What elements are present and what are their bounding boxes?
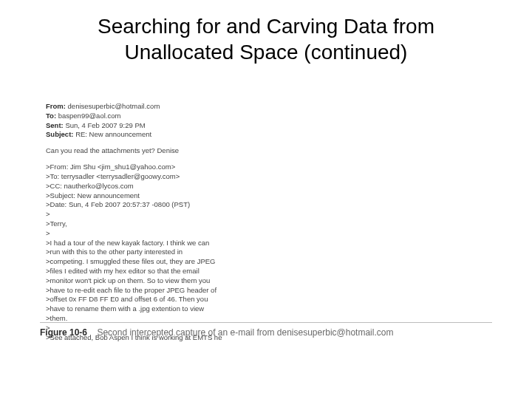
email-body-line: >have to rename them with a .jpg extenti… xyxy=(46,304,267,314)
figure-label: Figure 10-6 xyxy=(40,327,87,338)
email-body-line: >monitor won't pick up on them. So to vi… xyxy=(46,276,267,286)
email-body-line: >competing. I smuggled these files out, … xyxy=(46,257,267,267)
page-title: Searching for and Carving Data from Unal… xyxy=(0,0,532,65)
sent-label: Sent: xyxy=(46,121,64,129)
from-label: From: xyxy=(46,102,66,110)
email-body-line: >Date: Sun, 4 Feb 2007 20:57:37 -0800 (P… xyxy=(46,200,267,210)
email-body-line: > xyxy=(46,229,267,239)
figure-caption-row: Figure 10-6 Second intercepted capture o… xyxy=(40,322,492,338)
email-body-line: >To: terrysadler <terrysadler@goowy.com> xyxy=(46,172,267,182)
email-header-to: To: baspen99@aol.com xyxy=(46,112,267,121)
from-value: denisesuperbic@hotmail.com xyxy=(68,102,160,110)
slide: Searching for and Carving Data from Unal… xyxy=(0,0,532,399)
email-body-line: >Subject: New announcement xyxy=(46,191,267,201)
email-body-line: >run with this to the other party intere… xyxy=(46,248,267,257)
email-capture: From: denisesuperbic@hotmail.com To: bas… xyxy=(46,102,267,343)
email-body-line: >I had a tour of the new kayak factory. … xyxy=(46,239,267,248)
figure-caption: Second intercepted capture of an e-mail … xyxy=(97,327,393,338)
email-body-line: >CC: nautherko@lycos.com xyxy=(46,182,267,191)
email-body-line: >offset 0x FF D8 FF E0 and offset 6 of 4… xyxy=(46,295,267,304)
to-value: baspen99@aol.com xyxy=(58,112,121,120)
email-body-line: Can you read the attachments yet? Denise xyxy=(46,146,267,156)
email-header-from: From: denisesuperbic@hotmail.com xyxy=(46,102,267,112)
email-body-line: >Terry, xyxy=(46,219,267,229)
email-header-subject: Subject: RE: New announcement xyxy=(46,130,267,140)
subject-label: Subject: xyxy=(46,130,73,138)
email-body-line: >From: Jim Shu <jim_shu1@yahoo.com> xyxy=(46,163,267,172)
email-header-sent: Sent: Sun, 4 Feb 2007 9:29 PM xyxy=(46,121,267,131)
to-label: To: xyxy=(46,112,56,120)
subject-value: RE: New announcement xyxy=(75,130,151,138)
email-body-line: > xyxy=(46,210,267,219)
email-body-line: >files I edited with my hex editor so th… xyxy=(46,267,267,276)
email-body-line: >have to re-edit each file to the proper… xyxy=(46,286,267,296)
sent-value: Sun, 4 Feb 2007 9:29 PM xyxy=(65,121,145,129)
